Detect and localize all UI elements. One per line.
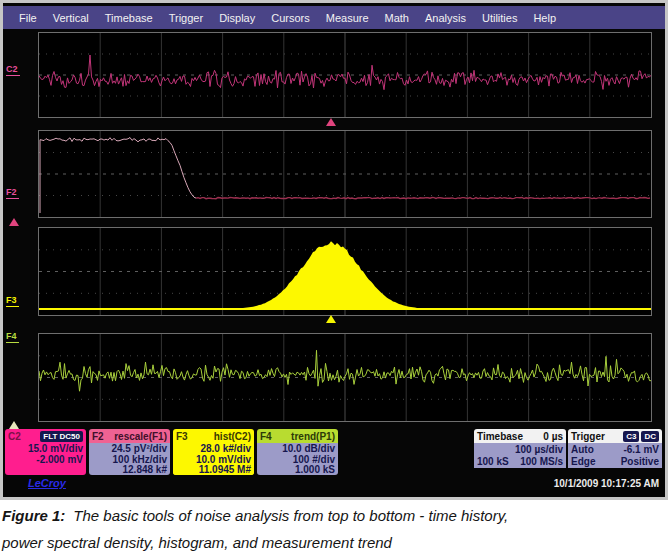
menu-item-math[interactable]: Math bbox=[377, 12, 417, 24]
caption-line2: power spectral density, histogram, and m… bbox=[2, 534, 392, 551]
c2-trace-label[interactable]: C2 bbox=[6, 65, 20, 76]
menu-item-help[interactable]: Help bbox=[525, 12, 564, 24]
c2-waveform bbox=[39, 33, 651, 117]
f3-descriptor-box[interactable]: F3 hist(C2) 28.0 k#/div 10.0 mV/div 11.0… bbox=[173, 429, 254, 475]
trigger-box[interactable]: Trigger C3 DC Auto -6.1 mV Edge Positive bbox=[568, 429, 662, 472]
f4-vertical-scale: 10.0 dB/div bbox=[260, 444, 335, 455]
c2-offset: -2.000 mV bbox=[8, 455, 83, 466]
f2-descriptor-box[interactable]: F2 rescale(F1) 24.5 pV²/div 100 kHz/div … bbox=[89, 429, 170, 475]
figure-label: Figure 1: bbox=[2, 507, 65, 524]
trigger-source-badge: C3 bbox=[623, 431, 639, 442]
timebase-sample-rate: 100 MS/s bbox=[520, 456, 563, 468]
timestamp: 10/1/2009 10:17:25 AM bbox=[554, 478, 659, 489]
trigger-level: -6.1 mV bbox=[623, 444, 659, 456]
f3-trace-label[interactable]: F3 bbox=[6, 296, 19, 307]
caption-line1: The basic tools of noise analysis from t… bbox=[73, 507, 508, 524]
scope-display: File Vertical Timebase Trigger Display C… bbox=[3, 3, 665, 497]
c2-vertical-scale: 15.0 mV/div bbox=[8, 444, 83, 455]
lecroy-logo: LeCroy bbox=[28, 477, 66, 489]
menu-item-utilities[interactable]: Utilities bbox=[474, 12, 525, 24]
panel-measurement-trend bbox=[38, 333, 652, 422]
menu-item-display[interactable]: Display bbox=[211, 12, 263, 24]
trigger-type: Edge bbox=[571, 456, 595, 468]
f2-vertical-scale: 24.5 pV²/div bbox=[92, 444, 167, 455]
menu-item-analysis[interactable]: Analysis bbox=[417, 12, 474, 24]
trigger-title: Trigger bbox=[571, 431, 605, 442]
f4-function-label: trend(P1) bbox=[291, 431, 335, 442]
f3-function-label: hist(C2) bbox=[214, 431, 251, 442]
c2-descriptor-box[interactable]: C2 FLT DC50 15.0 mV/div -2.000 mV bbox=[5, 429, 86, 475]
menu-item-cursors[interactable]: Cursors bbox=[263, 12, 318, 24]
f3-vertical-scale: 28.0 k#/div bbox=[176, 444, 251, 455]
f4-channel-label: F4 bbox=[260, 431, 272, 442]
timebase-box[interactable]: Timebase 0 µs 100 µs/div 100 kS 100 MS/s bbox=[474, 429, 566, 472]
menu-bar: File Vertical Timebase Trigger Display C… bbox=[3, 6, 665, 29]
f4-trace-label[interactable]: F4 bbox=[6, 332, 19, 343]
f2-offset-marker-icon[interactable] bbox=[9, 218, 19, 226]
c2-channel-label: C2 bbox=[8, 431, 21, 442]
f4-descriptor-box[interactable]: F4 trend(P1) 10.0 dB/div 100 #/div 1.000… bbox=[257, 429, 338, 475]
f4-waveform bbox=[39, 334, 651, 421]
menu-item-vertical[interactable]: Vertical bbox=[45, 12, 97, 24]
timebase-scale: 100 µs/div bbox=[515, 444, 563, 456]
f3-center-marker-icon[interactable] bbox=[326, 315, 336, 323]
menu-item-measure[interactable]: Measure bbox=[318, 12, 377, 24]
panel-histogram bbox=[38, 227, 652, 316]
trigger-slope: Positive bbox=[621, 456, 659, 468]
screenshot: File Vertical Timebase Trigger Display C… bbox=[0, 0, 668, 556]
scope-frame: File Vertical Timebase Trigger Display C… bbox=[0, 0, 668, 500]
f2-channel-label: F2 bbox=[92, 431, 104, 442]
panel-time-history bbox=[38, 32, 652, 118]
figure-caption: Figure 1:The basic tools of noise analys… bbox=[2, 502, 666, 556]
f4-offset-marker-icon[interactable] bbox=[9, 421, 19, 429]
timebase-title: Timebase bbox=[477, 431, 523, 442]
timebase-offset: 0 µs bbox=[543, 431, 563, 442]
f2-waveform bbox=[39, 131, 651, 217]
trigger-mode: Auto bbox=[571, 444, 594, 456]
menu-item-timebase[interactable]: Timebase bbox=[97, 12, 161, 24]
f2-trace-label[interactable]: F2 bbox=[6, 188, 19, 199]
menu-item-trigger[interactable]: Trigger bbox=[161, 12, 211, 24]
panel-power-spectral-density bbox=[38, 130, 652, 218]
trigger-time-marker-icon[interactable] bbox=[326, 118, 336, 126]
f4-record-length: 1.000 kS bbox=[260, 465, 335, 475]
f3-waveform bbox=[39, 228, 651, 315]
trigger-coupling-badge: DC bbox=[641, 431, 659, 442]
c2-coupling-badge: FLT DC50 bbox=[40, 431, 83, 442]
menu-item-file[interactable]: File bbox=[11, 12, 45, 24]
f3-channel-label: F3 bbox=[176, 431, 188, 442]
f3-population: 11.0945 M# bbox=[176, 465, 251, 475]
f2-record-length: 12.848 k# bbox=[92, 465, 167, 475]
f2-function-label: rescale(F1) bbox=[114, 431, 167, 442]
timebase-samples: 100 kS bbox=[477, 456, 509, 468]
